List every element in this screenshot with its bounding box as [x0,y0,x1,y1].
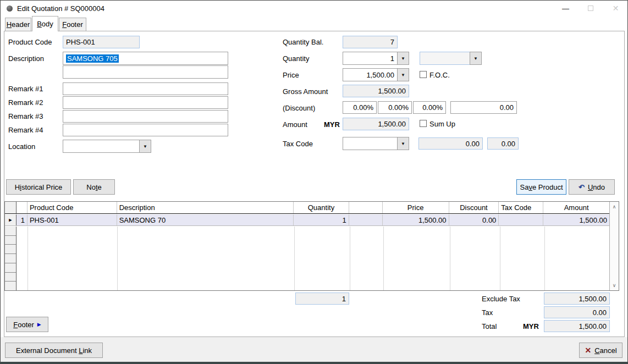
grid-vertical-scrollbar[interactable]: ∧ ∨ [609,202,619,290]
gross-amount-field: 1,500.00 [343,85,409,97]
app-icon [7,5,13,12]
tab-header[interactable]: Header [5,18,31,31]
grid-col-selector [5,202,16,213]
close-button[interactable]: ✕ [603,1,628,16]
remark4-field[interactable] [63,124,228,136]
minimize-button[interactable]: — [553,1,578,16]
chevron-up-icon: ∧ [613,204,616,209]
grid-column-separator [450,227,450,290]
tab-footer[interactable]: Footer [59,18,86,31]
description-field[interactable]: SAMSONG 705 [63,52,228,65]
footer-nav-button[interactable]: Footer ▶ [6,317,48,332]
undo-button[interactable]: ↶ Undo [569,179,615,195]
grid-column-separator [544,227,545,290]
row-selector-stub [5,227,16,236]
location-dropdown-button[interactable]: ▼ [139,140,151,153]
historical-price-label: Historical Price [15,183,63,191]
external-document-link-button[interactable]: External Document Link [5,343,103,358]
total-value: 1,500.00 [579,322,607,330]
total-label: Total [482,322,497,330]
uom-dropdown-button[interactable]: ▼ [470,52,482,65]
uom-combo[interactable] [420,52,470,65]
note-button[interactable]: Note [73,179,115,195]
grid-col-uom[interactable] [349,202,383,213]
chevron-down-icon: ▼ [143,144,147,149]
description-selected-text: SAMSONG 705 [66,54,119,63]
grid-col-rownum [16,202,27,213]
grid-col-amount[interactable]: Amount [543,202,609,213]
foc-checkbox[interactable] [420,71,427,78]
row-price-cell[interactable]: 1,500.00 [383,214,449,225]
row-description-cell[interactable]: SAMSONG 70 [117,214,294,225]
grid-col-tax-code[interactable]: Tax Code [499,202,543,213]
discount-amount-field[interactable]: 0.00 [450,101,517,114]
discount-pct1-field[interactable]: 0.00% [343,101,377,114]
row-tax-code-cell[interactable] [499,214,543,225]
row-selector-cell[interactable]: ► [5,214,16,225]
cancel-button[interactable]: ✕ Cancel [579,343,623,358]
grid-column-separator [350,227,350,290]
grid-column-separator [500,227,500,290]
description-line2-field[interactable] [63,65,228,79]
total-currency-label: MYR [523,322,539,330]
tax-amount-value: 0.00 [466,140,480,148]
grid-col-price[interactable]: Price [383,202,449,213]
grid-col-quantity[interactable]: Quantity [294,202,349,213]
tax-rate-value: 0.00 [502,140,515,148]
row-uom-cell[interactable] [349,214,383,225]
price-field[interactable]: 1,500.00 [343,68,398,81]
grid-col-product-code[interactable]: Product Code [27,202,117,213]
maximize-button[interactable] [578,1,603,16]
tax-rate-field: 0.00 [487,137,519,150]
scroll-down-button[interactable]: ∨ [610,281,619,290]
chevron-down-icon: ∨ [613,283,616,288]
line-items-grid: Product Code Description Quantity Price … [4,201,619,291]
exclude-tax-value: 1,500.00 [579,295,607,303]
gross-amount-label: Gross Amount [283,87,328,96]
discount-pct2-field[interactable]: 0.00% [378,101,412,114]
quantity-field[interactable]: 1 [343,52,398,65]
tab-body[interactable]: Body [32,16,58,31]
footer-nav-label: Footer [13,321,34,329]
remark1-field[interactable] [63,82,228,95]
product-code-field[interactable]: PHS-001 [63,36,140,48]
row-selector-stub [5,273,16,282]
scroll-up-button[interactable]: ∧ [610,202,619,211]
product-code-value: PHS-001 [66,38,95,46]
location-combo[interactable] [63,140,140,153]
sum-up-checkbox[interactable] [420,120,427,127]
quantity-bal-field: 7 [343,36,398,48]
tab-header-label: Header [7,20,30,29]
close-icon: ✕ [613,4,619,13]
remark3-field[interactable] [63,110,228,123]
total-field: 1,500.00 [544,320,610,332]
window-title: Edit Quotation # SQ000004 [17,4,104,13]
table-row[interactable]: ► 1 PHS-001 SAMSONG 70 1 1,500.00 0.00 1… [5,214,609,226]
tax-code-combo[interactable] [343,137,398,150]
chevron-down-icon: ▼ [473,56,478,61]
row-quantity-cell[interactable]: 1 [294,214,349,225]
quantity-label: Quantity [283,54,309,63]
tab-footer-label: Footer [62,20,83,29]
grid-column-separator [27,227,28,290]
row-selector-stub [5,263,16,273]
discount-pct3-field[interactable]: 0.00% [413,101,446,114]
grid-col-description[interactable]: Description [117,202,294,213]
tax-code-label: Tax Code [283,140,313,148]
grid-col-discount[interactable]: Discount [449,202,499,213]
price-dropdown-button[interactable]: ▼ [397,68,409,81]
grid-column-separator [117,227,118,290]
quantity-dropdown-button[interactable]: ▼ [397,52,409,65]
tax-code-dropdown-button[interactable]: ▼ [397,137,409,150]
row-product-code-cell[interactable]: PHS-001 [27,214,117,225]
remark1-label: Remark #1 [8,85,43,93]
save-product-button[interactable]: Save Product [516,179,566,195]
remark2-field[interactable] [63,96,228,109]
row-selector-stub [5,282,16,290]
historical-price-button[interactable]: Historical Price [6,179,71,195]
row-selector-column [5,227,16,290]
undo-icon: ↶ [579,183,585,191]
tax-amount-field: 0.00 [418,137,483,150]
row-discount-cell[interactable]: 0.00 [449,214,499,225]
row-amount-cell[interactable]: 1,500.00 [543,214,609,225]
